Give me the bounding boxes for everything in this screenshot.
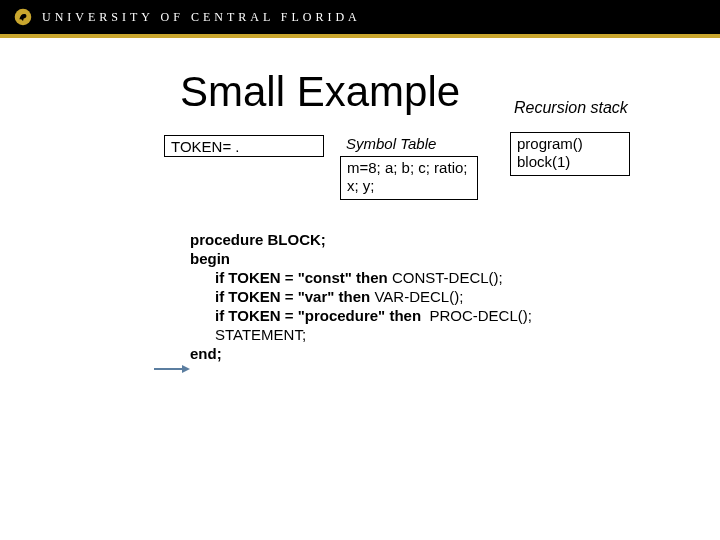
slide-title: Small Example [180,68,460,116]
code-line-4: if TOKEN = "var" then VAR-DECL(); [190,287,532,306]
code-block: procedure BLOCK; begin if TOKEN = "const… [190,230,532,363]
recursion-stack-label: Recursion stack [514,99,628,117]
code-line-6: STATEMENT; [190,325,532,344]
token-box: TOKEN= . [164,135,324,157]
recursion-stack-box: program() block(1) [510,132,630,176]
header-accent-line [0,34,720,38]
stack-line-1: program() [517,135,623,153]
code-line-7: end; [190,344,532,363]
code-line-2: begin [190,249,532,268]
arrow-icon [152,362,192,376]
university-name: UNIVERSITY OF CENTRAL FLORIDA [42,10,361,25]
code-line-1: procedure BLOCK; [190,230,532,249]
symbol-table-label: Symbol Table [346,135,436,152]
header-bar: UNIVERSITY OF CENTRAL FLORIDA [0,0,720,34]
stack-line-2: block(1) [517,153,623,171]
code-line-5: if TOKEN = "procedure" then PROC-DECL(); [190,306,532,325]
svg-marker-2 [182,365,190,373]
symbol-table-box: m=8; a; b; c; ratio; x; y; [340,156,478,200]
code-line-3: if TOKEN = "const" then CONST-DECL(); [190,268,532,287]
pegasus-logo-icon [14,8,32,26]
